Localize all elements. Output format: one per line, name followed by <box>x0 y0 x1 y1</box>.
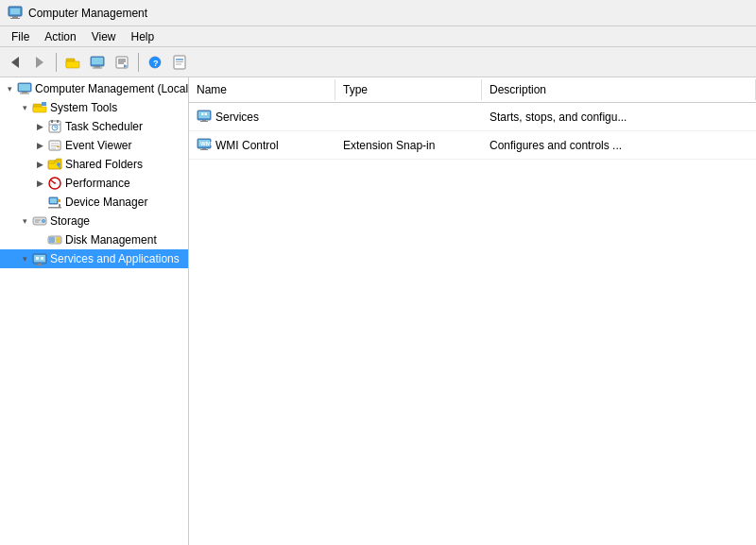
svg-rect-64 <box>36 264 43 265</box>
col-header-name[interactable]: Name <box>189 79 335 100</box>
svg-rect-62 <box>41 257 43 260</box>
tree-item-shared-folders[interactable]: ▶ Shared Folders <box>0 155 188 174</box>
computer-icon <box>17 81 32 96</box>
performance-icon <box>47 176 62 191</box>
svg-rect-24 <box>22 92 27 94</box>
svg-rect-2 <box>12 16 18 18</box>
svg-rect-10 <box>93 67 102 68</box>
menu-bar: File Action View Help <box>0 26 756 47</box>
svg-rect-63 <box>38 264 42 264</box>
shared-folders-icon <box>47 157 62 172</box>
tree-services-applications-label: Services and Applications <box>50 252 180 265</box>
description-button[interactable] <box>168 51 191 74</box>
list-cell-wmi-name: WMI WMI Control <box>189 133 335 157</box>
tree-item-disk-management[interactable]: ▶ Disk Management <box>0 230 188 249</box>
menu-file[interactable]: File <box>4 28 37 45</box>
svg-rect-67 <box>201 113 204 116</box>
menu-view[interactable]: View <box>84 28 124 45</box>
toolbar-sep2 <box>138 53 139 72</box>
title-bar: Computer Management <box>0 0 756 26</box>
tree-root[interactable]: ▾ Computer Management (Local) <box>0 79 188 98</box>
svg-rect-27 <box>42 102 46 106</box>
svg-text:WMI: WMI <box>200 141 212 146</box>
svg-rect-75 <box>200 149 208 150</box>
list-row-services[interactable]: Services Starts, stops, and configu... <box>189 103 756 131</box>
tree-item-performance[interactable]: ▶ Performance <box>0 174 188 193</box>
tree-performance-label: Performance <box>65 177 130 190</box>
svg-marker-4 <box>11 57 19 68</box>
services-expand: ▾ <box>17 251 32 266</box>
toolbar: ? <box>0 47 756 77</box>
col-header-type[interactable]: Type <box>335 79 482 100</box>
svg-rect-25 <box>20 94 29 94</box>
tree-storage-label: Storage <box>50 214 90 228</box>
svg-rect-47 <box>50 198 57 203</box>
svg-point-45 <box>54 182 56 184</box>
system-tools-expand: ▾ <box>17 100 32 115</box>
svg-rect-50 <box>48 207 61 209</box>
col-header-description[interactable]: Description <box>482 79 756 100</box>
svg-rect-60 <box>34 255 45 262</box>
tree-root-label: Computer Management (Local) <box>35 82 189 95</box>
tree-item-services-applications[interactable]: ▾ Services and Applications <box>0 249 188 268</box>
storage-expand: ▾ <box>17 213 32 229</box>
svg-rect-74 <box>202 148 206 149</box>
tree-shared-folders-label: Shared Folders <box>65 158 143 171</box>
menu-action[interactable]: Action <box>37 28 83 45</box>
svg-rect-61 <box>36 257 39 260</box>
task-scheduler-expand: ▶ <box>32 119 47 134</box>
event-viewer-icon <box>47 138 62 153</box>
tree-disk-management-label: Disk Management <box>65 233 157 247</box>
services-applications-icon <box>32 251 47 266</box>
tree-event-viewer-label: Event Viewer <box>65 139 131 152</box>
svg-rect-66 <box>198 111 210 118</box>
event-viewer-expand: ▶ <box>32 138 47 153</box>
open-button[interactable] <box>61 51 84 74</box>
tree-device-manager-label: Device Manager <box>65 196 147 209</box>
tree-root-expand: ▾ <box>2 81 17 96</box>
main-layout: ▾ Computer Management (Local) ▾ <box>0 77 756 545</box>
list-header: Name Type Description <box>189 77 756 103</box>
title-bar-text: Computer Management <box>28 7 147 20</box>
svg-rect-57 <box>49 237 55 243</box>
services-row-icon <box>197 108 212 126</box>
toolbar-sep1 <box>56 53 57 72</box>
system-tools-icon <box>32 100 47 115</box>
tree-item-event-viewer[interactable]: ▶ Event Viewer <box>0 136 188 155</box>
svg-text:?: ? <box>153 59 159 68</box>
tree-task-scheduler-label: Task Scheduler <box>65 120 143 133</box>
svg-point-39 <box>58 148 59 149</box>
tree-item-task-scheduler[interactable]: ▶ Task Scheduler <box>0 117 188 136</box>
tree-item-device-manager[interactable]: ▶ Device Manager <box>0 193 188 212</box>
svg-rect-23 <box>19 84 30 91</box>
list-cell-services-name: Services <box>189 105 335 128</box>
forward-button[interactable] <box>28 51 51 74</box>
svg-rect-9 <box>94 66 100 68</box>
disk-management-icon <box>47 232 62 247</box>
tree-item-storage[interactable]: ▾ Storage <box>0 212 188 230</box>
svg-point-41 <box>57 162 60 166</box>
wmi-row-icon: WMI <box>197 136 212 154</box>
svg-rect-69 <box>202 120 206 121</box>
back-button[interactable] <box>4 51 26 74</box>
list-row-wmi-control[interactable]: WMI WMI Control Extension Snap-in Config… <box>189 131 756 160</box>
svg-rect-58 <box>56 237 60 243</box>
list-cell-wmi-type: Extension Snap-in <box>335 136 482 155</box>
performance-expand: ▶ <box>32 176 47 191</box>
list-cell-wmi-desc: Configures and controls ... <box>482 136 756 155</box>
svg-point-53 <box>43 220 44 222</box>
svg-rect-8 <box>92 58 103 64</box>
svg-rect-70 <box>200 121 208 122</box>
list-cell-services-desc: Starts, stops, and configu... <box>482 108 756 127</box>
console-button[interactable] <box>86 51 109 74</box>
svg-rect-1 <box>10 9 20 14</box>
storage-icon <box>32 213 47 229</box>
tree-item-system-tools[interactable]: ▾ System Tools <box>0 98 188 117</box>
menu-help[interactable]: Help <box>124 28 163 45</box>
title-bar-icon <box>8 6 23 21</box>
export-button[interactable] <box>111 51 133 74</box>
tree-panel: ▾ Computer Management (Local) ▾ <box>0 77 189 545</box>
svg-rect-3 <box>10 18 20 19</box>
help-button[interactable]: ? <box>144 51 166 74</box>
svg-rect-68 <box>205 113 208 116</box>
